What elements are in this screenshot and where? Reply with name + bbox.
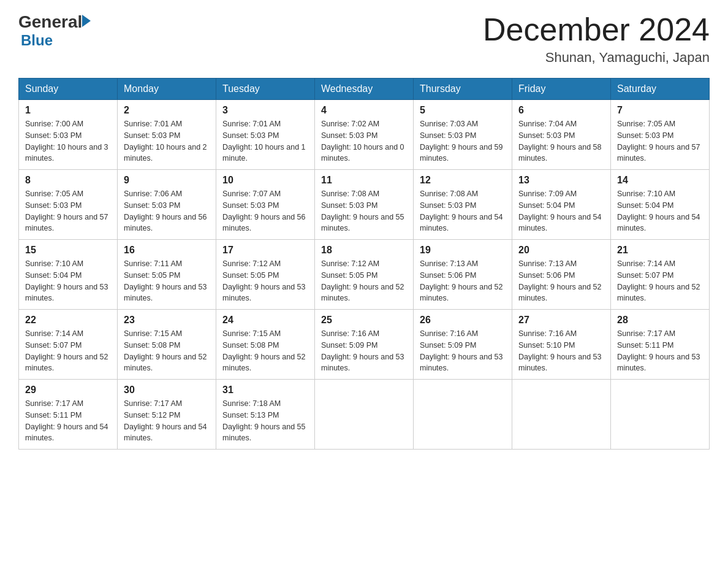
day-info: Sunrise: 7:14 AMSunset: 5:07 PMDaylight:…	[25, 328, 111, 374]
calendar-cell: 8Sunrise: 7:05 AMSunset: 5:03 PMDaylight…	[19, 170, 118, 240]
day-info: Sunrise: 7:15 AMSunset: 5:08 PMDaylight:…	[222, 328, 308, 374]
day-info: Sunrise: 7:02 AMSunset: 5:03 PMDaylight:…	[321, 118, 407, 164]
day-info: Sunrise: 7:14 AMSunset: 5:07 PMDaylight:…	[617, 258, 703, 304]
logo-general-text: General	[18, 12, 82, 32]
calendar-cell: 17Sunrise: 7:12 AMSunset: 5:05 PMDayligh…	[216, 240, 315, 310]
day-info: Sunrise: 7:11 AMSunset: 5:05 PMDaylight:…	[124, 258, 210, 304]
day-number: 17	[222, 245, 308, 256]
calendar-cell: 2Sunrise: 7:01 AMSunset: 5:03 PMDaylight…	[118, 100, 216, 170]
day-info: Sunrise: 7:00 AMSunset: 5:03 PMDaylight:…	[25, 118, 111, 164]
calendar-cell	[414, 380, 512, 450]
calendar-cell: 30Sunrise: 7:17 AMSunset: 5:12 PMDayligh…	[118, 380, 216, 450]
day-number: 18	[321, 245, 407, 256]
day-info: Sunrise: 7:17 AMSunset: 5:12 PMDaylight:…	[124, 398, 210, 444]
day-info: Sunrise: 7:12 AMSunset: 5:05 PMDaylight:…	[321, 258, 407, 304]
weekday-header-wednesday: Wednesday	[315, 79, 414, 100]
logo-arrow-icon	[82, 15, 91, 27]
calendar-cell: 1Sunrise: 7:00 AMSunset: 5:03 PMDaylight…	[19, 100, 118, 170]
day-info: Sunrise: 7:07 AMSunset: 5:03 PMDaylight:…	[222, 188, 308, 234]
weekday-header-sunday: Sunday	[19, 79, 118, 100]
page-header: General Blue December 2024 Shunan, Yamag…	[18, 12, 710, 66]
calendar-cell: 6Sunrise: 7:04 AMSunset: 5:03 PMDaylight…	[512, 100, 611, 170]
day-number: 26	[420, 315, 506, 326]
day-number: 25	[321, 315, 407, 326]
day-number: 9	[124, 175, 210, 186]
calendar-cell: 11Sunrise: 7:08 AMSunset: 5:03 PMDayligh…	[315, 170, 414, 240]
calendar-cell: 15Sunrise: 7:10 AMSunset: 5:04 PMDayligh…	[19, 240, 118, 310]
day-number: 12	[420, 175, 506, 186]
weekday-row: SundayMondayTuesdayWednesdayThursdayFrid…	[19, 79, 710, 100]
day-number: 30	[124, 385, 210, 396]
weekday-header-friday: Friday	[512, 79, 611, 100]
calendar-week-row: 29Sunrise: 7:17 AMSunset: 5:11 PMDayligh…	[19, 380, 710, 450]
location-subtitle: Shunan, Yamaguchi, Japan	[483, 50, 710, 66]
calendar-week-row: 1Sunrise: 7:00 AMSunset: 5:03 PMDaylight…	[19, 100, 710, 170]
day-info: Sunrise: 7:16 AMSunset: 5:10 PMDaylight:…	[518, 328, 604, 374]
calendar-cell: 26Sunrise: 7:16 AMSunset: 5:09 PMDayligh…	[414, 310, 512, 380]
day-number: 22	[25, 315, 111, 326]
day-number: 5	[420, 105, 506, 116]
day-number: 2	[124, 105, 210, 116]
weekday-header-tuesday: Tuesday	[216, 79, 315, 100]
calendar-table: SundayMondayTuesdayWednesdayThursdayFrid…	[18, 78, 710, 450]
day-info: Sunrise: 7:12 AMSunset: 5:05 PMDaylight:…	[222, 258, 308, 304]
calendar-cell: 25Sunrise: 7:16 AMSunset: 5:09 PMDayligh…	[315, 310, 414, 380]
day-info: Sunrise: 7:05 AMSunset: 5:03 PMDaylight:…	[617, 118, 703, 164]
day-info: Sunrise: 7:16 AMSunset: 5:09 PMDaylight:…	[321, 328, 407, 374]
day-number: 3	[222, 105, 308, 116]
calendar-cell: 31Sunrise: 7:18 AMSunset: 5:13 PMDayligh…	[216, 380, 315, 450]
day-info: Sunrise: 7:15 AMSunset: 5:08 PMDaylight:…	[124, 328, 210, 374]
day-info: Sunrise: 7:10 AMSunset: 5:04 PMDaylight:…	[25, 258, 111, 304]
calendar-cell: 5Sunrise: 7:03 AMSunset: 5:03 PMDaylight…	[414, 100, 512, 170]
calendar-cell: 3Sunrise: 7:01 AMSunset: 5:03 PMDaylight…	[216, 100, 315, 170]
day-info: Sunrise: 7:08 AMSunset: 5:03 PMDaylight:…	[321, 188, 407, 234]
calendar-cell: 23Sunrise: 7:15 AMSunset: 5:08 PMDayligh…	[118, 310, 216, 380]
calendar-cell: 20Sunrise: 7:13 AMSunset: 5:06 PMDayligh…	[512, 240, 611, 310]
calendar-cell: 21Sunrise: 7:14 AMSunset: 5:07 PMDayligh…	[611, 240, 710, 310]
calendar-cell: 19Sunrise: 7:13 AMSunset: 5:06 PMDayligh…	[414, 240, 512, 310]
day-info: Sunrise: 7:18 AMSunset: 5:13 PMDaylight:…	[222, 398, 308, 444]
day-number: 14	[617, 175, 703, 186]
weekday-header-monday: Monday	[118, 79, 216, 100]
day-number: 4	[321, 105, 407, 116]
calendar-week-row: 15Sunrise: 7:10 AMSunset: 5:04 PMDayligh…	[19, 240, 710, 310]
calendar-cell: 27Sunrise: 7:16 AMSunset: 5:10 PMDayligh…	[512, 310, 611, 380]
calendar-cell	[315, 380, 414, 450]
calendar-cell: 28Sunrise: 7:17 AMSunset: 5:11 PMDayligh…	[611, 310, 710, 380]
day-number: 23	[124, 315, 210, 326]
day-number: 19	[420, 245, 506, 256]
day-info: Sunrise: 7:03 AMSunset: 5:03 PMDaylight:…	[420, 118, 506, 164]
day-number: 16	[124, 245, 210, 256]
day-info: Sunrise: 7:04 AMSunset: 5:03 PMDaylight:…	[518, 118, 604, 164]
day-number: 15	[25, 245, 111, 256]
day-number: 11	[321, 175, 407, 186]
logo-blue-text: Blue	[21, 32, 91, 49]
day-info: Sunrise: 7:08 AMSunset: 5:03 PMDaylight:…	[420, 188, 506, 234]
calendar-cell: 16Sunrise: 7:11 AMSunset: 5:05 PMDayligh…	[118, 240, 216, 310]
day-number: 24	[222, 315, 308, 326]
calendar-cell: 13Sunrise: 7:09 AMSunset: 5:04 PMDayligh…	[512, 170, 611, 240]
day-info: Sunrise: 7:17 AMSunset: 5:11 PMDaylight:…	[25, 398, 111, 444]
day-number: 31	[222, 385, 308, 396]
calendar-week-row: 22Sunrise: 7:14 AMSunset: 5:07 PMDayligh…	[19, 310, 710, 380]
calendar-cell: 18Sunrise: 7:12 AMSunset: 5:05 PMDayligh…	[315, 240, 414, 310]
month-title: December 2024	[483, 12, 710, 47]
calendar-cell	[611, 380, 710, 450]
day-number: 13	[518, 175, 604, 186]
calendar-header: SundayMondayTuesdayWednesdayThursdayFrid…	[19, 79, 710, 100]
day-number: 27	[518, 315, 604, 326]
calendar-cell: 22Sunrise: 7:14 AMSunset: 5:07 PMDayligh…	[19, 310, 118, 380]
day-number: 1	[25, 105, 111, 116]
day-info: Sunrise: 7:10 AMSunset: 5:04 PMDaylight:…	[617, 188, 703, 234]
calendar-cell: 29Sunrise: 7:17 AMSunset: 5:11 PMDayligh…	[19, 380, 118, 450]
day-number: 21	[617, 245, 703, 256]
calendar-cell: 10Sunrise: 7:07 AMSunset: 5:03 PMDayligh…	[216, 170, 315, 240]
calendar-body: 1Sunrise: 7:00 AMSunset: 5:03 PMDaylight…	[19, 100, 710, 450]
day-info: Sunrise: 7:13 AMSunset: 5:06 PMDaylight:…	[420, 258, 506, 304]
day-info: Sunrise: 7:01 AMSunset: 5:03 PMDaylight:…	[124, 118, 210, 164]
day-number: 8	[25, 175, 111, 186]
day-number: 6	[518, 105, 604, 116]
calendar-cell: 4Sunrise: 7:02 AMSunset: 5:03 PMDaylight…	[315, 100, 414, 170]
day-info: Sunrise: 7:05 AMSunset: 5:03 PMDaylight:…	[25, 188, 111, 234]
logo: General Blue	[18, 12, 91, 49]
